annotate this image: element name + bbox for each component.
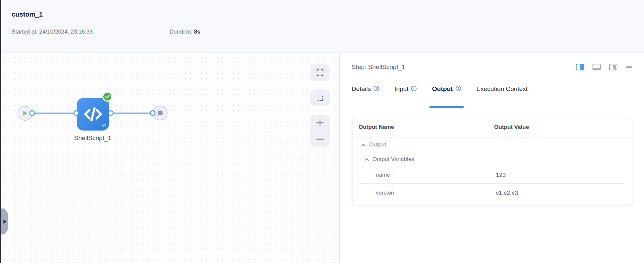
info-icon[interactable] [374,86,379,93]
expand-arrow-icon [3,219,7,224]
table-row: Output Variables [353,152,632,167]
layout-split-right-icon[interactable] [576,64,584,70]
node-label: ShellScript_1 [74,134,111,142]
info-icon[interactable] [456,86,461,93]
tab-input[interactable]: Input [394,85,417,100]
layout-split-bottom-icon[interactable] [592,64,601,70]
step-details-panel: Step: ShellScript_1 [340,53,644,263]
layout-drawer-right-icon[interactable] [609,64,617,70]
stop-icon [158,111,162,115]
duration-text: Duration: 8s [169,29,200,35]
end-node-in-port[interactable] [150,110,156,116]
table-row: version v1,v2,v3 [353,184,632,202]
zoom-in-button[interactable] [310,115,330,131]
edge-start-to-node [32,113,77,114]
fullscreen-icon [316,69,324,76]
collapse-chevron-icon[interactable] [365,158,369,161]
output-table-header: Output Name Output Value [353,117,632,137]
table-row: Output [353,137,632,152]
run-title: custom_1 [12,11,43,18]
zoom-controls [310,115,330,147]
column-output-name: Output Name [359,124,494,131]
workflow-canvas[interactable]: ShellScript_1 [0,53,339,263]
started-at-text: Started at: 24/10/2024, 23:16:33 [12,29,93,35]
step-tabs: Details Input Output Execution Context [340,85,644,100]
mini-code-icon [102,123,106,129]
selection-box-icon [316,94,324,102]
collapse-chevron-icon[interactable] [361,143,366,146]
play-icon [23,111,28,116]
code-icon [83,107,103,122]
tab-output[interactable]: Output [432,85,461,100]
fit-view-button[interactable] [310,64,330,81]
success-check-icon [102,92,112,102]
output-table-card: Output Name Output Value Output Output V… [352,117,632,205]
shellscript-node[interactable] [77,98,109,131]
minimize-icon[interactable] [626,66,632,68]
info-icon[interactable] [411,86,417,93]
start-node-out-port[interactable] [29,110,35,116]
zoom-out-button[interactable] [310,131,330,147]
sidebar-expand-handle[interactable] [1,209,8,234]
column-output-value: Output Value [494,124,632,131]
run-header: custom_1 Started at: 24/10/2024, 23:16:3… [0,0,644,52]
table-row: name 123 [353,167,632,183]
tab-details[interactable]: Details [352,85,379,100]
edge-node-to-end [111,113,153,114]
collapsed-sidebar-strip [0,0,1,263]
step-title: Step: ShellScript_1 [352,63,405,71]
tab-execution-context[interactable]: Execution Context [477,85,528,100]
marquee-select-button[interactable] [310,90,330,106]
shell-node-in-port[interactable] [73,110,79,116]
shell-node-out-port[interactable] [108,110,114,116]
